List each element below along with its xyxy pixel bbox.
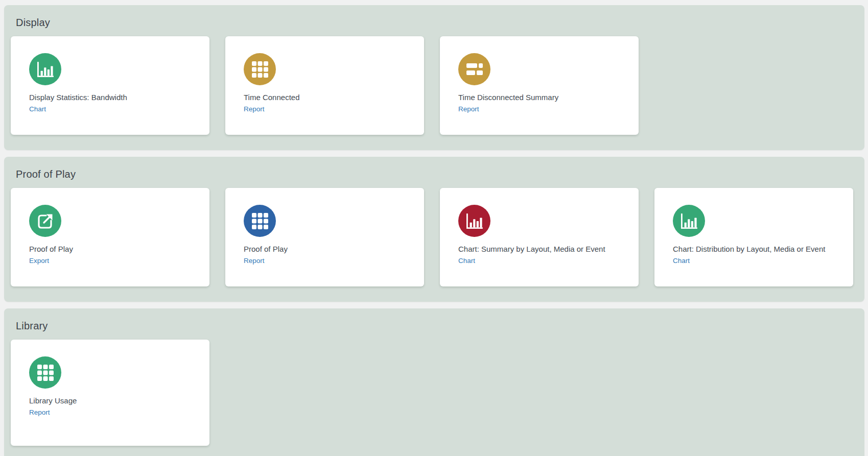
bar-chart-icon [673,205,705,237]
card-action-link[interactable]: Chart [673,257,690,265]
grid-icon [244,53,276,85]
grid-icon [244,205,276,237]
section-title: Display [16,17,858,29]
report-section: Proof of Play Proof of Play Export Proof… [4,157,864,302]
card-row: Display Statistics: Bandwidth Chart Time… [11,36,858,135]
reports-page: Display Display Statistics: Bandwidth Ch… [4,5,864,456]
card-action-link[interactable]: Report [244,105,265,113]
card-row: Proof of Play Export Proof of Play Repor… [11,188,858,286]
card-action-link[interactable]: Report [244,257,265,265]
card-title: Proof of Play [244,245,416,253]
report-section: Display Display Statistics: Bandwidth Ch… [4,5,864,150]
bar-chart-icon [458,205,490,237]
report-card: Display Statistics: Bandwidth Chart [11,36,209,135]
report-card: Proof of Play Report [225,188,424,286]
grid-icon [29,356,61,389]
bar-chart-icon [29,53,61,85]
report-card: Time Disconnected Summary Report [440,36,639,135]
card-title: Chart: Summary by Layout, Media or Event [458,245,630,253]
card-title: Time Connected [244,93,416,102]
card-row: Library Usage Report [11,340,858,446]
server-icon [458,53,490,85]
card-title: Display Statistics: Bandwidth [29,93,201,102]
report-card: Chart: Summary by Layout, Media or Event… [440,188,639,286]
card-title: Time Disconnected Summary [458,93,630,102]
report-card: Chart: Distribution by Layout, Media or … [654,188,853,286]
card-action-link[interactable]: Export [29,257,49,265]
card-action-link[interactable]: Chart [458,257,475,265]
report-card: Time Connected Report [225,36,424,135]
export-icon [29,205,61,237]
section-title: Proof of Play [16,169,858,180]
card-action-link[interactable]: Chart [29,105,46,113]
section-title: Library [16,320,858,332]
report-card: Proof of Play Export [11,188,209,286]
card-title: Chart: Distribution by Layout, Media or … [673,245,845,253]
report-section: Library Library Usage Report [4,308,864,456]
card-action-link[interactable]: Report [458,105,479,113]
report-card: Library Usage Report [11,340,209,446]
card-title: Proof of Play [29,245,201,253]
card-action-link[interactable]: Report [29,409,50,416]
card-title: Library Usage [29,396,201,405]
